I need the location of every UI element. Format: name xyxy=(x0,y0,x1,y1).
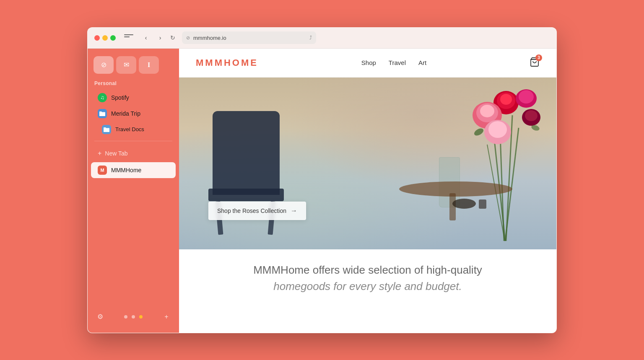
svg-point-8 xyxy=(500,94,512,105)
main-area: ⊘ ✉ I Personal ♫ Spotify xyxy=(88,49,556,333)
reload-button[interactable]: ↻ xyxy=(169,33,177,43)
bottom-dots xyxy=(124,315,143,319)
personal-section-label: Personal xyxy=(88,79,179,90)
svg-point-11 xyxy=(480,105,494,117)
sidebar-item-mmmhome[interactable]: M MMMHome xyxy=(91,162,176,178)
sidebar-toggle-button[interactable] xyxy=(124,34,133,41)
shop-roses-button[interactable]: Shop the Roses Collection → xyxy=(208,202,306,220)
nav-travel[interactable]: Travel xyxy=(389,59,406,66)
maximize-button[interactable] xyxy=(110,35,116,41)
dot-3 xyxy=(139,315,143,319)
address-bar[interactable]: ⊘ mmmhome.io ⤴ xyxy=(182,31,316,44)
svg-point-15 xyxy=(488,121,507,138)
plus-icon: + xyxy=(98,150,101,157)
sidebar-item-label-mmmhome: MMMHome xyxy=(111,167,141,174)
cart-button[interactable]: 3 xyxy=(530,57,540,69)
chair-decoration xyxy=(204,111,296,245)
back-button[interactable]: ‹ xyxy=(140,32,152,44)
description-section: MMMHome offers wide selection of high-qu… xyxy=(179,249,556,303)
site-header: MMMHOME Shop Travel Art 3 xyxy=(179,49,556,78)
svg-rect-23 xyxy=(479,199,486,209)
flowers-svg xyxy=(464,78,556,161)
forward-button[interactable]: › xyxy=(154,32,166,44)
table-items-svg xyxy=(452,195,493,212)
svg-point-13 xyxy=(519,90,534,104)
chair-back xyxy=(213,111,280,195)
sidebar: ⊘ ✉ I Personal ♫ Spotify xyxy=(88,49,179,333)
description-line2: homegoods for every style and budget. xyxy=(196,278,540,295)
svg-point-22 xyxy=(452,199,476,209)
svg-point-18 xyxy=(473,127,485,137)
hero-section: Shop the Roses Collection → xyxy=(179,78,556,249)
sidebar-item-travel-docs[interactable]: Travel Docs xyxy=(95,122,176,137)
browser-window: ‹ › ↻ ⊘ mmmhome.io ⤴ ⊘ ✉ I xyxy=(87,27,557,333)
title-bar: ‹ › ↻ ⊘ mmmhome.io ⤴ xyxy=(88,28,556,49)
nav-art[interactable]: Art xyxy=(418,59,426,66)
new-tab-label: New Tab xyxy=(105,150,127,157)
cta-arrow-icon: → xyxy=(291,207,297,215)
spotify-icon: ♫ xyxy=(98,93,107,102)
chair-seat xyxy=(208,189,284,201)
sidebar-divider xyxy=(94,141,172,141)
folder-blue-icon xyxy=(98,109,107,118)
svg-point-17 xyxy=(525,110,538,121)
description-text: MMMHome offers wide selection of high-qu… xyxy=(196,262,540,295)
site-nav: Shop Travel Art xyxy=(361,59,426,66)
dot-1 xyxy=(124,315,127,319)
sidebar-item-label-spotify: Spotify xyxy=(111,94,129,101)
mail-icon: ✉ xyxy=(124,61,129,69)
block-icon: ⊘ xyxy=(101,61,106,69)
hero-image: Shop the Roses Collection → xyxy=(179,78,556,249)
nav-shop[interactable]: Shop xyxy=(361,59,376,66)
share-icon: ⤴ xyxy=(309,35,312,41)
cart-badge: 3 xyxy=(535,54,542,61)
mail-tool-button[interactable]: ✉ xyxy=(116,56,136,74)
settings-icon[interactable]: ⚙ xyxy=(94,311,106,323)
sidebar-item-merida-trip[interactable]: Merida Trip xyxy=(91,106,176,122)
sidebar-toolbar: ⊘ ✉ I xyxy=(88,54,179,79)
mmmhome-icon: M xyxy=(98,166,107,175)
lock-icon: ⊘ xyxy=(186,35,190,41)
close-button[interactable] xyxy=(94,35,100,41)
sidebar-bottom: ⚙ + xyxy=(88,306,179,328)
website-content: MMMHOME Shop Travel Art 3 xyxy=(179,49,556,333)
sidebar-item-spotify[interactable]: ♫ Spotify xyxy=(91,90,176,106)
new-tab-button[interactable]: + New Tab xyxy=(91,146,176,161)
sidebar-item-label-merida: Merida Trip xyxy=(111,110,140,117)
block-tool-button[interactable]: ⊘ xyxy=(93,56,114,74)
traffic-lights xyxy=(94,35,116,41)
sidebar-item-label-travel-docs: Travel Docs xyxy=(115,126,144,132)
site-logo[interactable]: MMMHOME xyxy=(196,57,258,68)
cta-button-text: Shop the Roses Collection xyxy=(217,207,286,214)
readwise-tool-button[interactable]: I xyxy=(139,56,159,74)
dot-2 xyxy=(132,315,135,319)
hero-cta: Shop the Roses Collection → xyxy=(208,202,306,220)
add-tab-icon[interactable]: + xyxy=(161,311,172,323)
nav-buttons: ‹ › ↻ xyxy=(140,32,177,44)
url-text: mmmhome.io xyxy=(193,35,226,41)
readwise-icon: I xyxy=(148,61,150,69)
description-line1: MMMHome offers wide selection of high-qu… xyxy=(253,264,482,276)
svg-point-20 xyxy=(399,181,512,197)
minimize-button[interactable] xyxy=(102,35,108,41)
table-items xyxy=(452,195,493,214)
folder-blue2-icon xyxy=(102,125,111,134)
